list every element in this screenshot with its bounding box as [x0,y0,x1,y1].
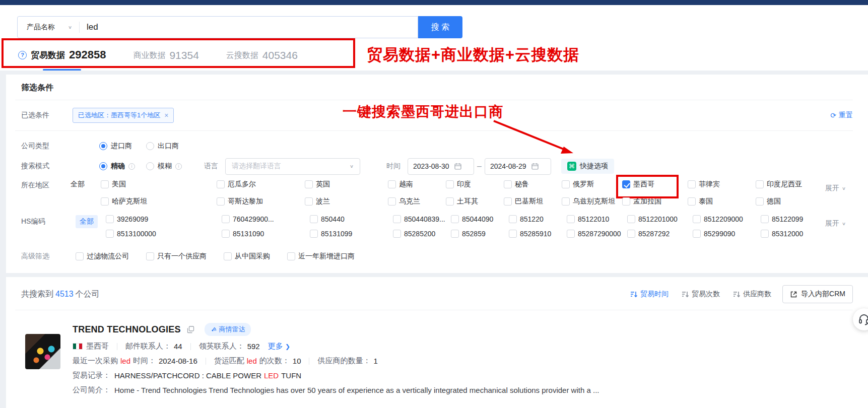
hs-code-checkbox[interactable]: 85044090 [451,215,509,223]
checkbox-label: 秘鲁 [515,180,529,189]
region-checkbox[interactable]: 印度 [446,180,504,189]
radio-importer[interactable]: 进口商 [99,142,132,151]
search-input[interactable] [80,17,418,37]
time-label: 时间 [386,162,400,171]
hs-code-checkbox[interactable]: 85299090 [693,230,761,238]
freight-label: 货运匹配 [214,356,244,366]
hs-code-checkbox[interactable]: 8512201000 [627,215,693,223]
tab-business-data[interactable]: 商业数据 91354 [133,49,198,63]
date-from-input[interactable]: 2023-08-30 [408,158,474,175]
region-checkbox[interactable]: 乌克兰 [388,197,446,206]
region-label: 所在地区 [21,181,71,190]
quick-options-button[interactable]: ⌘ 快捷选项 [561,159,614,174]
region-checkbox[interactable]: 美国 [101,180,217,189]
chevron-down-icon: ∨ [842,221,846,226]
hs-code-checkbox[interactable]: 8513100000 [106,230,222,238]
divider [15,130,853,131]
checkbox-label: 哥斯达黎加 [228,197,263,206]
hs-code-checkbox[interactable]: 85131090 [222,230,310,238]
region-checkbox[interactable]: 厄瓜多尔 [217,180,305,189]
advanced-checkbox[interactable]: 只有一个供应商 [146,252,207,261]
advanced-checkbox[interactable]: 过滤物流公司 [76,252,129,261]
language-select[interactable]: 请选择翻译语言 ∨ [225,158,360,175]
radio-exporter[interactable]: 出口商 [146,142,179,151]
selected-region-tag[interactable]: 已选地区：墨西哥等1个地区 × [73,108,174,123]
checkbox-icon [217,197,225,206]
copy-icon[interactable] [187,326,194,333]
hs-code-checkbox[interactable]: 852859 [451,230,509,238]
hs-code-checkbox[interactable]: 85285200 [393,230,451,238]
radio-exact-mode[interactable]: 精确 i [99,162,135,171]
search-section: 产品名称 ∨ 搜 索 ? 贸易数据 292858 商业数据 91354 云搜数据… [0,5,868,71]
annotation-tabs-note: 贸易数据+商业数据+云搜数据 [367,44,579,65]
tab-cloud-search-data[interactable]: 云搜数据 405346 [226,49,298,63]
close-icon[interactable]: × [164,111,168,119]
sort-trade-time[interactable]: 贸易时间 [630,290,669,299]
company-result-item[interactable]: TREND TECHNOLOGIES 商情雷达 墨西哥 邮件联系人： 44 [15,317,853,397]
section-gap [0,273,868,277]
hs-code-checkbox[interactable]: 760429900... [222,215,310,223]
hs-code-checkbox[interactable]: 85131099 [310,230,393,238]
region-checkbox[interactable]: 秘鲁 [504,180,562,189]
question-icon[interactable]: ? [18,51,27,59]
date-to-input[interactable]: 2024-08-29 [485,158,551,175]
hs-code-label: HS编码 [21,217,71,226]
region-checkbox[interactable]: 巴基斯坦 [504,197,562,206]
hs-code-checkbox[interactable]: 850440839... [393,215,451,223]
region-checkbox[interactable]: 波兰 [305,197,388,206]
checkbox-icon [627,230,635,238]
advanced-checkbox[interactable]: 从中国采购 [224,252,270,261]
region-checkbox[interactable]: 印度尼西亚 [756,180,831,189]
reset-button[interactable]: ⟳ 重置 [830,111,853,120]
hs-code-checkbox[interactable]: 851220 [509,215,567,223]
hs-code-checkbox[interactable]: 85312000 [761,230,836,238]
region-checkbox[interactable]: 英国 [305,180,388,189]
hs-code-checkbox[interactable]: 85287290000 [567,230,627,238]
region-checkbox[interactable]: 土耳其 [446,197,504,206]
quick-options-label: 快捷选项 [580,162,608,171]
region-checkbox[interactable]: 菲律宾 [688,180,756,189]
hs-code-checkbox[interactable]: 39269099 [106,215,222,223]
search-button[interactable]: 搜 索 [418,16,462,38]
export-icon [790,291,797,298]
checkbox-label: 越南 [399,180,413,189]
linkedin-contacts-label: 领英联系人： [199,342,244,351]
tab-trade-data[interactable]: ? 贸易数据 292858 [18,48,106,63]
region-checkbox[interactable]: 越南 [388,180,446,189]
region-expand-toggle[interactable]: 展开 ∨ [825,184,846,193]
hs-all-option[interactable]: 全部 [76,215,98,228]
hs-code-checkbox[interactable]: 85122010 [567,215,627,223]
sort-trade-count[interactable]: 贸易次数 [682,290,720,299]
region-checkbox[interactable]: 哥斯达黎加 [217,197,305,206]
checkbox-label: 俄罗斯 [573,180,594,189]
checkbox-label: 乌兹别克斯坦 [573,197,615,206]
company-name[interactable]: TREND TECHNOLOGIES [73,324,181,335]
tab-label: 商业数据 [133,50,165,61]
hs-code-checkbox[interactable]: 85285910 [509,230,567,238]
hs-code-checkbox[interactable]: 8512209000 [693,215,761,223]
checkbox-label: 美国 [112,180,126,189]
badge-label: 商情雷达 [219,325,245,334]
checkbox-icon [446,180,454,188]
region-checkbox[interactable]: 泰国 [688,197,756,206]
radio-fuzzy-mode[interactable]: 模糊 i [146,162,182,171]
product-type-label: 产品名称 [27,23,55,32]
region-checkbox[interactable]: 哈萨克斯坦 [101,197,217,206]
hs-code-checkbox[interactable]: 85287292 [627,230,693,238]
checkbox-icon [287,252,295,260]
region-checkbox[interactable]: 乌兹别克斯坦 [562,197,622,206]
keyword-highlight: LED [264,371,279,380]
region-checkbox[interactable]: 德国 [756,197,831,206]
hs-expand-toggle[interactable]: 展开 ∨ [825,219,846,228]
advanced-checkbox[interactable]: 近一年新增进口商 [287,252,355,261]
hs-code-checkbox[interactable]: 850440 [310,215,393,223]
more-link[interactable]: 更多 ❯ [268,342,290,351]
region-checkbox[interactable]: 孟加拉国 [622,197,688,206]
business-radar-badge[interactable]: 商情雷达 [205,323,251,336]
region-checkbox[interactable]: 俄罗斯 [562,180,622,189]
region-all-option[interactable]: 全部 [71,180,101,189]
sort-supplier-count[interactable]: 供应商数 [733,290,771,299]
import-crm-button[interactable]: 导入内部CRM [782,285,853,303]
product-type-select[interactable]: 产品名称 ∨ [18,23,79,32]
region-checkbox-mexico[interactable]: 墨西哥 [622,180,688,189]
